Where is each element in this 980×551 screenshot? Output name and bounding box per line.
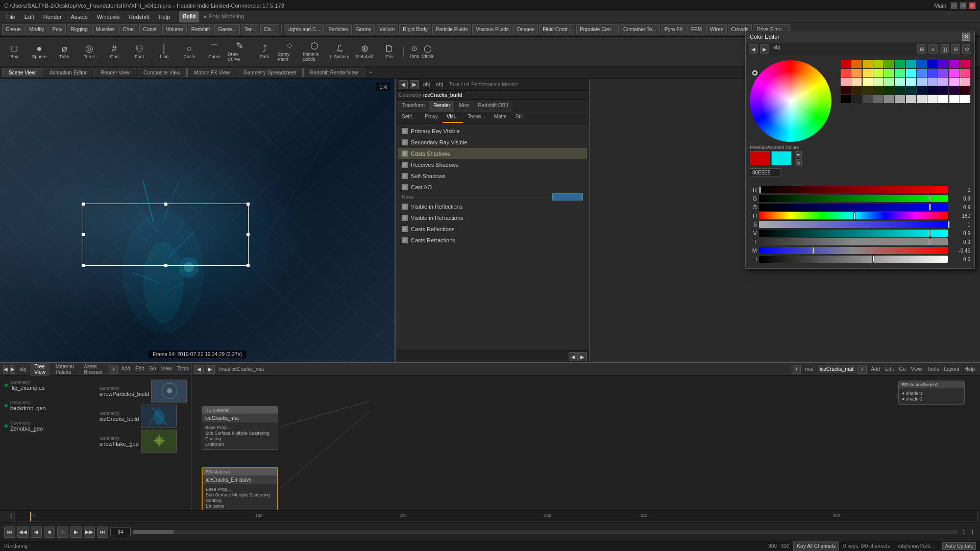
tb-pyro[interactable]: Pyro FX <box>661 24 687 35</box>
ng-left-options4[interactable]: View <box>159 365 175 374</box>
casts-shadows-checkbox[interactable]: ✓ <box>402 151 408 157</box>
tb-fluids[interactable]: Lights and C... <box>284 24 324 35</box>
prop-tab-transform[interactable]: Transform <box>398 101 429 112</box>
prop-back-btn[interactable]: ◀ <box>399 80 408 89</box>
tab-geo-spreadsheet[interactable]: Geometry Spreadsheet <box>237 68 303 77</box>
pb-prev-frame[interactable]: ◀ <box>31 527 42 538</box>
none-color-swatch[interactable] <box>552 193 583 201</box>
minimize-button[interactable]: ─ <box>950 2 958 9</box>
swatch-45[interactable] <box>938 86 948 94</box>
swatch-20[interactable] <box>927 69 938 77</box>
ng-left-options1[interactable]: Add <box>119 365 132 374</box>
tb-volume[interactable]: Volume <box>162 24 186 35</box>
ce-palette-btn3[interactable]: ◫ <box>940 44 949 54</box>
prev-color-swatch[interactable] <box>750 151 770 165</box>
pb-realtime[interactable]: ▷ <box>57 527 68 538</box>
swatch-40[interactable] <box>884 86 894 94</box>
prop-row-casts-refl[interactable]: ✓ Casts Reflections <box>398 223 587 235</box>
pb-play[interactable]: ▶ <box>70 527 82 538</box>
swatch-43[interactable] <box>917 86 927 94</box>
swatch-58[interactable] <box>949 95 960 103</box>
tool-spray[interactable]: ⁘ Spray Paint <box>277 38 302 65</box>
swatch-24[interactable] <box>841 78 851 86</box>
timeline-marks[interactable]: 50 100 150 200 210 300 <box>14 512 978 522</box>
ng-right-go[interactable]: Go <box>897 365 908 373</box>
maximize-button[interactable]: □ <box>960 2 967 9</box>
slider-v-track[interactable] <box>759 230 948 237</box>
swatch-57[interactable] <box>938 95 948 103</box>
slider-s-track[interactable] <box>759 221 948 228</box>
swatch-14[interactable] <box>863 69 873 77</box>
swatch-7[interactable] <box>917 60 927 68</box>
prop-collapse-btn[interactable]: ◀ <box>569 352 578 361</box>
ng-left-options3[interactable]: Go <box>147 365 158 374</box>
primary-ray-checkbox[interactable]: ✓ <box>402 128 408 134</box>
ng-right-close[interactable]: + <box>857 365 867 374</box>
swatch-38[interactable] <box>863 86 873 94</box>
slider-t-track[interactable] <box>759 238 948 245</box>
swatch-41[interactable] <box>895 86 905 94</box>
node-item-snowflake[interactable]: Geometry snowFlake_geo <box>100 430 187 453</box>
prop-subtab-matte[interactable]: Matte <box>490 113 511 123</box>
prop-row-visible-refr[interactable]: ✓ Visible in Refractions <box>398 212 587 223</box>
tb-wires[interactable]: Wires <box>706 24 727 35</box>
tab-add[interactable]: + <box>365 68 376 77</box>
tb-char[interactable]: Char. <box>119 24 139 35</box>
receives-shadows-checkbox[interactable]: ✓ <box>402 162 408 168</box>
tool-box[interactable]: □ Box <box>2 38 27 65</box>
take-list-label[interactable]: Take List <box>449 82 469 87</box>
tb-rigidbody[interactable]: Rigid Body <box>399 24 431 35</box>
prop-expand-btn[interactable]: ▶ <box>578 352 587 361</box>
ce-eyedropper-btn[interactable]: ✒ <box>795 151 802 158</box>
swatch-31[interactable] <box>917 78 927 86</box>
tab-animation-editor[interactable]: Animation Editor <box>43 68 93 77</box>
slider-g-track[interactable] <box>759 195 948 202</box>
swatch-29[interactable] <box>895 78 905 86</box>
tb-container[interactable]: Container To... <box>620 24 660 35</box>
swatch-52[interactable] <box>884 95 894 103</box>
prop-tab-misc[interactable]: Misc <box>455 101 474 112</box>
swatch-12[interactable] <box>841 69 851 77</box>
vex-node-icecracks-mat[interactable]: RS Material iceCracks_mat Base Prop... S… <box>202 406 278 450</box>
tb-muscles[interactable]: Muscles <box>92 24 118 35</box>
ng-right-tab-ice[interactable]: iceCracks_mat <box>818 365 855 373</box>
ng-tab-asset[interactable]: Asset Browser <box>80 363 107 376</box>
tb-viscous[interactable]: Viscous Fluids <box>472 24 512 35</box>
ce-settings-btn[interactable]: ⚙ <box>962 44 971 54</box>
casts-refr-checkbox[interactable]: ✓ <box>402 237 408 243</box>
ce-palette-btn4[interactable]: ⊟ <box>951 44 960 54</box>
ce-palette-btn1[interactable]: ⊞ <box>917 44 926 54</box>
ng-right-tab-mat[interactable]: mat <box>803 365 816 373</box>
swatch-1[interactable] <box>851 60 862 68</box>
prop-obj-btn[interactable]: obj <box>434 82 445 87</box>
swatch-59[interactable] <box>960 95 970 103</box>
prop-row-self-shadows[interactable]: ✓ Self-Shadows <box>398 170 587 182</box>
ng-right-edit[interactable]: Edit <box>883 365 896 373</box>
swatch-3[interactable] <box>873 60 884 68</box>
performance-monitor-label[interactable]: Performance Monitor <box>471 82 519 87</box>
prop-forward-btn[interactable]: ▶ <box>410 80 419 89</box>
swatch-26[interactable] <box>863 78 873 86</box>
slider-r-track[interactable] <box>759 186 948 193</box>
swatch-46[interactable] <box>949 86 960 94</box>
tb-modify[interactable]: Modify <box>26 24 47 35</box>
cur-color-swatch[interactable] <box>771 151 792 165</box>
pb-prev-key[interactable]: ◀◀ <box>17 527 29 538</box>
node-item-flip[interactable]: Geometry flip_examples <box>4 380 91 391</box>
prop-row-visible-refl[interactable]: ✓ Visible in Reflections <box>398 201 587 212</box>
tb-fem[interactable]: FEM <box>688 24 705 35</box>
ce-back-btn[interactable]: ◀ <box>749 44 758 54</box>
ng-left-options2[interactable]: Edit <box>133 365 146 374</box>
prop-row-casts-shadows[interactable]: ✓ Casts Shadows <box>398 148 587 159</box>
prop-subtab-proxy[interactable]: Proxy <box>421 113 442 123</box>
tool-file[interactable]: 🗋 File <box>377 38 402 65</box>
swatch-51[interactable] <box>873 95 884 103</box>
tb-create[interactable]: Create <box>2 24 24 35</box>
swatch-44[interactable] <box>927 86 938 94</box>
node-item-snow-particles[interactable]: Geometry snowParticles_build <box>100 380 187 403</box>
tool-sphere[interactable]: ● Sphere <box>27 38 52 65</box>
swatch-13[interactable] <box>851 69 862 77</box>
menu-help[interactable]: Help <box>155 13 175 21</box>
pb-next-key[interactable]: ▶▶ <box>84 527 95 538</box>
menu-edit[interactable]: Edit <box>20 13 38 21</box>
